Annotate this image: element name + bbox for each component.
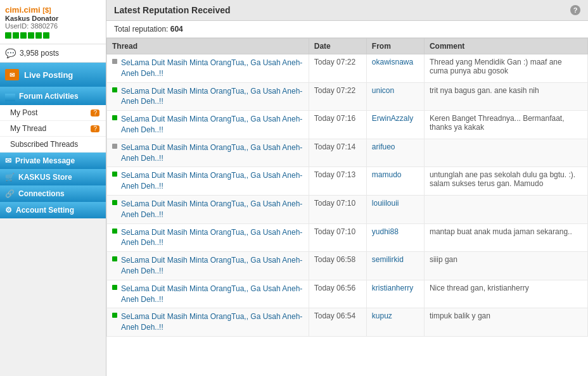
table-row: SeLama Duit Masih Minta OrangTua,, Ga Us… (107, 82, 588, 111)
table-body: SeLama Duit Masih Minta OrangTua,, Ga Us… (107, 54, 588, 337)
date-cell-1: Today 07:22 (309, 82, 366, 111)
dot-indicator (112, 229, 117, 234)
user-rank: Kaskus Donator (5, 15, 101, 22)
thread-link[interactable]: SeLama Duit Masih Minta OrangTua,, Ga Us… (121, 170, 304, 192)
thread-cell-1: SeLama Duit Masih Minta OrangTua,, Ga Us… (107, 82, 309, 111)
user-link[interactable]: louiilouii (372, 199, 399, 208)
comment-cell-4: untunglah ane pas sekolah dulu ga bgtu. … (424, 167, 587, 196)
my-thread-label: My Thread (10, 124, 46, 133)
col-thread: Thread (107, 39, 309, 54)
connections-header[interactable]: 🔗 Connections (0, 185, 106, 202)
comment-cell-0: Thread yang Mendidik Gan :) maaf ane cum… (424, 54, 587, 83)
user-link[interactable]: okawisnawa (372, 58, 413, 66)
dot-indicator (112, 200, 117, 205)
username[interactable]: cimi.cimi [$] (5, 5, 101, 15)
user-link[interactable]: ErwinAzzaly (372, 114, 413, 123)
date-cell-8: Today 06:56 (309, 280, 366, 308)
sidebar-item-my-post[interactable]: My Post ? (0, 105, 106, 121)
dot-indicator (112, 144, 117, 149)
from-cell-1: unicon (366, 82, 424, 111)
posts-count: 3,958 posts (20, 49, 59, 58)
live-posting-label: Live Posting (24, 70, 73, 80)
thread-link[interactable]: SeLama Duit Masih Minta OrangTua,, Ga Us… (121, 311, 304, 333)
table-header: Thread Date From Comment (107, 39, 588, 54)
thread-cell-4: SeLama Duit Masih Minta OrangTua,, Ga Us… (107, 167, 309, 196)
comment-cell-3 (424, 139, 587, 167)
user-link[interactable]: arifueo (372, 142, 395, 151)
date-cell-6: Today 07:10 (309, 223, 366, 252)
thread-link[interactable]: SeLama Duit Masih Minta OrangTua,, Ga Us… (121, 284, 304, 305)
kaskus-store-label: KASKUS Store (18, 173, 72, 182)
thread-cell-0: SeLama Duit Masih Minta OrangTua,, Ga Us… (107, 54, 309, 83)
from-cell-4: mamudo (366, 167, 424, 196)
main-content: Latest Reputation Received ? Total reput… (106, 0, 588, 376)
thread-link[interactable]: SeLama Duit Masih Minta OrangTua,, Ga Us… (121, 114, 304, 135)
user-link[interactable]: semilirkid (372, 255, 404, 264)
thread-cell-8: SeLama Duit Masih Minta OrangTua,, Ga Us… (107, 280, 309, 308)
table-row: SeLama Duit Masih Minta OrangTua,, Ga Us… (107, 252, 588, 280)
connections-icon: 🔗 (5, 189, 15, 198)
kaskus-store-header[interactable]: 🛒 KASKUS Store (0, 169, 106, 185)
dot-indicator (112, 115, 117, 120)
forum-activities-header[interactable]: Forum Activities (0, 87, 106, 105)
subscribed-threads-label: Subscribed Threads (10, 140, 78, 149)
from-cell-7: semilirkid (366, 252, 424, 280)
sidebar-item-my-thread[interactable]: My Thread ? (0, 121, 106, 137)
table-row: SeLama Duit Masih Minta OrangTua,, Ga Us… (107, 223, 588, 252)
connections-label: Connections (18, 189, 65, 198)
star-rating (5, 32, 101, 39)
date-cell-3: Today 07:14 (309, 139, 366, 167)
from-cell-0: okawisnawa (366, 54, 424, 83)
thread-link[interactable]: SeLama Duit Masih Minta OrangTua,, Ga Us… (121, 199, 304, 220)
date-cell-9: Today 06:54 (309, 308, 366, 337)
user-link[interactable]: mamudo (372, 170, 402, 179)
from-cell-3: arifueo (366, 139, 424, 167)
thread-link[interactable]: SeLama Duit Masih Minta OrangTua,, Ga Us… (121, 255, 304, 277)
username-text: cimi.cimi (5, 5, 41, 15)
user-link[interactable]: unicon (372, 86, 394, 95)
help-icon[interactable]: ? (570, 5, 580, 15)
account-setting-label: Account Setting (16, 206, 74, 215)
live-posting-button[interactable]: ✉ Live Posting (0, 63, 106, 87)
thread-cell-5: SeLama Duit Masih Minta OrangTua,, Ga Us… (107, 195, 309, 223)
star-2 (13, 32, 19, 39)
user-id: UserID: 3880276 (5, 22, 101, 30)
user-link[interactable]: yudhi88 (372, 227, 399, 236)
private-message-header[interactable]: ✉ Private Message (0, 153, 106, 169)
comment-cell-7: siiip gan (424, 252, 587, 280)
dot-indicator (112, 87, 117, 92)
date-cell-7: Today 06:58 (309, 252, 366, 280)
date-cell-0: Today 07:22 (309, 54, 366, 83)
thread-cell-3: SeLama Duit Masih Minta OrangTua,, Ga Us… (107, 139, 309, 167)
sidebar-item-subscribed-threads[interactable]: Subscribed Threads (0, 137, 106, 153)
total-reputation-row: Total reputation: 604 (106, 21, 588, 38)
store-icon: 🛒 (5, 173, 15, 182)
dot-indicator (112, 172, 117, 177)
user-link[interactable]: kristianherry (372, 284, 413, 292)
dot-indicator (112, 285, 117, 290)
from-cell-6: yudhi88 (366, 223, 424, 252)
star-5 (35, 32, 42, 39)
dot-indicator (112, 313, 117, 318)
main-header: Latest Reputation Received ? (106, 0, 588, 21)
table-row: SeLama Duit Masih Minta OrangTua,, Ga Us… (107, 308, 588, 337)
account-setting-header[interactable]: ⚙ Account Setting (0, 202, 106, 218)
mail-icon: ✉ (5, 156, 11, 165)
posts-count-row: 💬 3,958 posts (0, 44, 106, 63)
table-row: SeLama Duit Masih Minta OrangTua,, Ga Us… (107, 280, 588, 308)
table-row: SeLama Duit Masih Minta OrangTua,, Ga Us… (107, 139, 588, 167)
comment-cell-1: trit nya bagus gan. ane kasih nih (424, 82, 587, 111)
thread-link[interactable]: SeLama Duit Masih Minta OrangTua,, Ga Us… (121, 227, 304, 249)
thread-cell-9: SeLama Duit Masih Minta OrangTua,, Ga Us… (107, 308, 309, 337)
star-1 (5, 32, 11, 39)
thread-link[interactable]: SeLama Duit Masih Minta OrangTua,, Ga Us… (121, 142, 304, 164)
thread-link[interactable]: SeLama Duit Masih Minta OrangTua,, Ga Us… (121, 86, 304, 108)
star-3 (20, 32, 27, 39)
table-row: SeLama Duit Masih Minta OrangTua,, Ga Us… (107, 54, 588, 83)
page-title: Latest Reputation Received (114, 5, 231, 15)
thread-link[interactable]: SeLama Duit Masih Minta OrangTua,, Ga Us… (121, 58, 304, 79)
dot-indicator (112, 256, 117, 261)
total-rep-label: Total reputation: (114, 25, 168, 34)
user-link[interactable]: kupuz (372, 311, 392, 320)
thread-cell-7: SeLama Duit Masih Minta OrangTua,, Ga Us… (107, 252, 309, 280)
